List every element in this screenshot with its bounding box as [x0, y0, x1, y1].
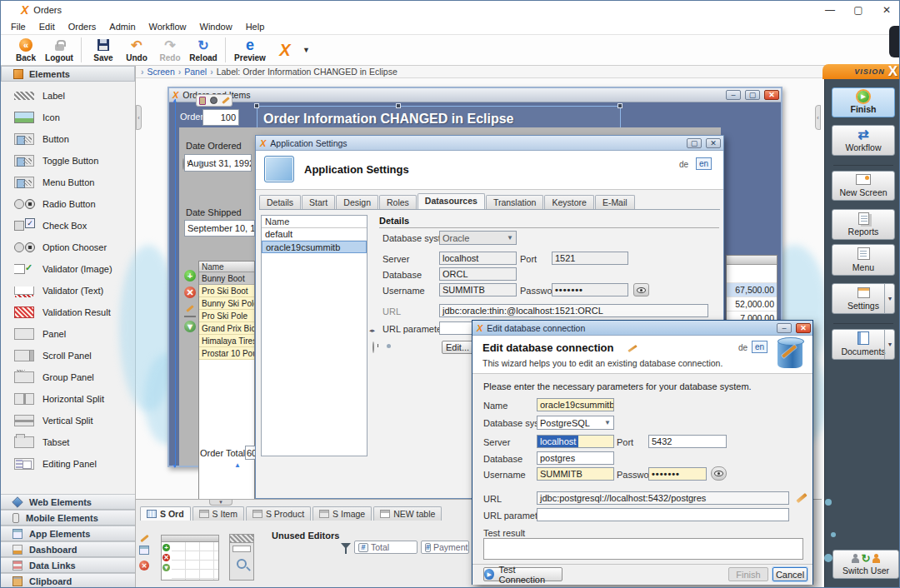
- logout-button[interactable]: Logout: [42, 36, 76, 64]
- toolbar-dropdown-arrow[interactable]: ▼: [302, 46, 310, 54]
- export-icon[interactable]: ▼: [184, 321, 196, 332]
- screen-overlay-widget[interactable]: [889, 26, 900, 57]
- tab-new-table[interactable]: NEW table: [373, 506, 442, 521]
- tab-roles[interactable]: Roles: [379, 195, 417, 209]
- password-field[interactable]: •••••••: [648, 467, 707, 481]
- url-field[interactable]: jdbc:oracle:thin:@localhost:1521:ORCL: [439, 304, 708, 317]
- palette-item-validation-result[interactable]: Validation Result: [1, 301, 135, 323]
- lang-en[interactable]: en: [696, 157, 712, 170]
- history-icon[interactable]: [372, 341, 374, 353]
- history-icon[interactable]: [182, 158, 184, 170]
- save-button[interactable]: Save: [87, 36, 120, 64]
- server-field[interactable]: localhost: [537, 435, 614, 448]
- url-field[interactable]: jdbc:postgresql://localhost:5432/postgre…: [537, 491, 789, 505]
- palette-item-option-chooser[interactable]: Option Chooser: [1, 237, 135, 258]
- selection-handle[interactable]: [396, 103, 401, 108]
- tab-s-image[interactable]: S Image: [312, 506, 372, 521]
- filter-icon[interactable]: [341, 543, 351, 549]
- tab-datasources[interactable]: Datasources: [418, 193, 485, 209]
- list-item-selected[interactable]: oracle19csummitb: [262, 241, 367, 253]
- palette-item-toggle-button[interactable]: Toggle Button: [1, 150, 135, 172]
- test-result-area[interactable]: [483, 538, 803, 560]
- palette-item-button[interactable]: Button: [1, 128, 135, 150]
- edit-icon[interactable]: [140, 535, 148, 542]
- settings-dropdown-arrow[interactable]: ▼: [884, 283, 895, 314]
- section-mobile-elements[interactable]: Mobile Elements: [1, 510, 135, 526]
- port-field[interactable]: 5432: [648, 435, 727, 448]
- database-field[interactable]: ORCL: [439, 267, 517, 281]
- amount-cell[interactable]: [727, 265, 777, 283]
- palette-item-validator-image[interactable]: Validator (Image): [1, 258, 135, 280]
- lang-de[interactable]: de: [679, 160, 688, 169]
- minimize-button[interactable]: —: [816, 2, 844, 18]
- palette-item-icon[interactable]: Icon: [1, 107, 135, 128]
- settings-button[interactable]: Settings ▼: [832, 283, 895, 314]
- database-field[interactable]: postgres: [537, 451, 614, 465]
- finish-button[interactable]: Finish: [728, 567, 768, 581]
- menu-file[interactable]: File: [4, 20, 32, 33]
- orders-close-button[interactable]: ✕: [764, 90, 779, 100]
- table-row[interactable]: Bunny Ski Pole: [199, 297, 254, 310]
- tab-email[interactable]: E-Mail: [595, 195, 635, 209]
- menu-window[interactable]: Window: [193, 20, 239, 33]
- table-row[interactable]: Grand Prix Bicycle: [199, 322, 254, 335]
- preview-button[interactable]: e Preview: [231, 36, 269, 64]
- wizard-titlebar[interactable]: X Edit database connection – ✕: [472, 321, 812, 336]
- delete-icon[interactable]: [199, 97, 206, 105]
- visionx-button[interactable]: X: [269, 36, 301, 64]
- datasource-list-header[interactable]: Name: [262, 216, 367, 228]
- documents-dropdown-arrow[interactable]: ▼: [884, 329, 895, 360]
- lang-en[interactable]: en: [752, 341, 768, 353]
- tab-s-ord[interactable]: S Ord: [140, 506, 191, 521]
- edit-url-icon[interactable]: [796, 493, 807, 503]
- url-param-field[interactable]: [537, 508, 789, 521]
- settings-close-button[interactable]: ✕: [706, 138, 721, 148]
- menu-edit[interactable]: Edit: [32, 20, 62, 33]
- menu-help[interactable]: Help: [239, 20, 272, 33]
- test-connection-button[interactable]: ▶Test Connection: [483, 567, 562, 581]
- documents-button[interactable]: Documents ▼: [832, 329, 895, 360]
- palette-item-scroll-panel[interactable]: Scroll Panel: [1, 345, 135, 366]
- date-ordered-field[interactable]: August 31, 1992, 12: [184, 154, 252, 172]
- insert-row-icon[interactable]: +: [184, 270, 196, 282]
- table-row[interactable]: Pro Ski Boot: [199, 285, 254, 297]
- edit-datasource-button[interactable]: Edit...: [442, 341, 473, 354]
- palette-item-horizontal-split[interactable]: Horizontal Split: [1, 388, 135, 410]
- editor-preview-widget[interactable]: [229, 534, 254, 581]
- table-row[interactable]: Himalaya Tires: [199, 335, 254, 347]
- tab-start[interactable]: Start: [302, 195, 335, 209]
- order-id-field[interactable]: 100: [202, 109, 239, 126]
- settings-titlebar[interactable]: X Application Settings ▢ ✕: [256, 136, 723, 151]
- settings-maximize-button[interactable]: ▢: [687, 138, 702, 148]
- workflow-button[interactable]: ⇄ Workflow: [832, 125, 895, 156]
- show-password-button[interactable]: [633, 283, 649, 296]
- server-field[interactable]: localhost: [439, 252, 517, 265]
- palette-item-panel[interactable]: Panel: [1, 323, 135, 345]
- orders-window-titlebar[interactable]: X Orders and Items – ▢ ✕: [169, 88, 781, 102]
- reload-button[interactable]: ↻ Reload: [187, 36, 220, 64]
- wizard-close-button[interactable]: ✕: [796, 323, 811, 333]
- orders-maximize-button[interactable]: ▢: [745, 90, 760, 100]
- wizard-minimize-button[interactable]: –: [777, 323, 792, 333]
- breadcrumb-panel[interactable]: Panel: [184, 67, 207, 77]
- tab-keystore[interactable]: Keystore: [544, 195, 593, 209]
- selection-handle[interactable]: [254, 103, 259, 108]
- menu-orders[interactable]: Orders: [62, 20, 103, 33]
- table-preview-widget[interactable]: + ✕ ▾: [161, 535, 219, 581]
- collapse-right-handle[interactable]: ‹: [815, 105, 821, 130]
- remove-icon[interactable]: ✕: [139, 561, 149, 571]
- new-screen-button[interactable]: New Screen: [832, 171, 895, 201]
- cancel-button[interactable]: Cancel: [772, 567, 808, 581]
- tab-details[interactable]: Details: [259, 195, 301, 209]
- undo-button[interactable]: ↶ Undo: [120, 36, 153, 64]
- splitter-handle[interactable]: ◂▸: [369, 327, 375, 334]
- section-data-links[interactable]: Data Links: [1, 557, 135, 573]
- section-clipboard[interactable]: Clipboard: [1, 573, 135, 588]
- list-item[interactable]: default: [262, 228, 367, 241]
- port-field[interactable]: 1521: [552, 252, 628, 265]
- tab-design[interactable]: Design: [336, 195, 378, 209]
- switch-user-button[interactable]: ↻ Switch User: [832, 550, 899, 579]
- menu-button[interactable]: Menu: [832, 244, 895, 276]
- delete-row-icon[interactable]: ✕: [184, 287, 196, 298]
- orders-minimize-button[interactable]: –: [726, 90, 741, 100]
